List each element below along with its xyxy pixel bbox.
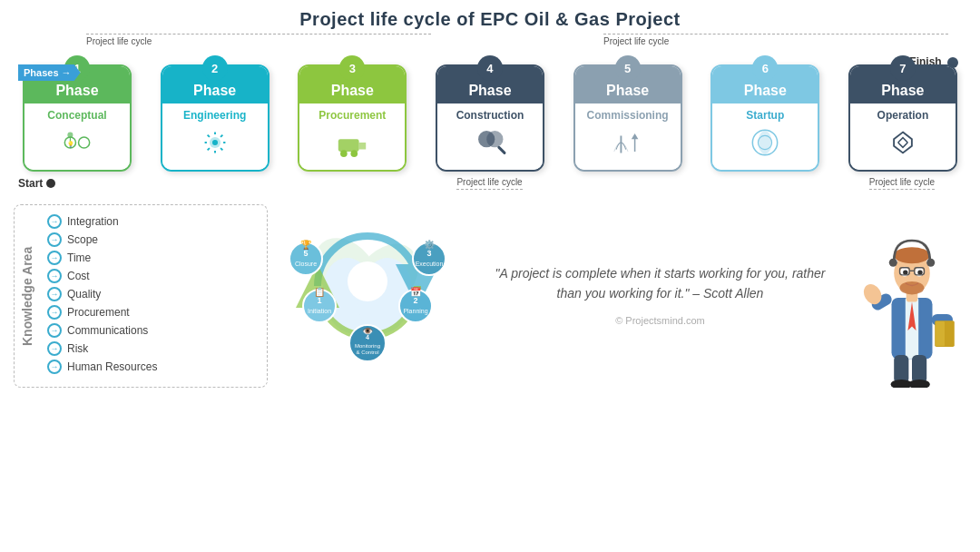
phase-card-commissioning: 5PhaseCommissioning — [569, 64, 687, 172]
svg-point-66 — [926, 259, 935, 267]
svg-text:📋: 📋 — [314, 286, 326, 298]
arrow-circle-icon: → — [47, 232, 62, 247]
phase-number-4: 4 — [477, 55, 503, 81]
knowledge-list-item: →Quality — [47, 287, 157, 301]
svg-text:Execution: Execution — [416, 261, 444, 267]
bottom-bar: Start Project life cycle Project life cy… — [9, 175, 971, 192]
svg-rect-7 — [338, 139, 359, 152]
lifecycle-label-bottom-right: Project life cycle — [869, 177, 935, 190]
knowledge-list-item: →Integration — [47, 214, 157, 229]
top-section: Project life cycle Project life cycle Ph… — [0, 34, 980, 192]
svg-text:1: 1 — [317, 296, 321, 305]
quote-credit: © Projectsmind.com — [495, 313, 826, 330]
svg-text:5: 5 — [303, 249, 308, 258]
svg-text:🏆: 🏆 — [300, 239, 312, 251]
phase-number-7: 7 — [890, 55, 916, 81]
svg-text:Closure: Closure — [295, 261, 317, 267]
arrow-circle-icon: → — [47, 251, 62, 265]
character-section — [858, 204, 966, 388]
phase-icon-1: 💡 — [60, 125, 94, 164]
phase-name-4: Construction — [456, 109, 524, 122]
knowledge-list-item: →Risk — [47, 341, 157, 356]
svg-point-52 — [917, 270, 922, 274]
phase-icon-5 — [611, 125, 645, 164]
svg-point-9 — [351, 150, 358, 157]
arrow-circle-icon: → — [47, 323, 62, 338]
phase-name-2: Engineering — [183, 109, 246, 122]
phase-name-3: Procurement — [318, 109, 386, 122]
phase-number-3: 3 — [339, 55, 365, 81]
main-title: Project life cycle of EPC Oil & Gas Proj… — [0, 0, 980, 30]
arrow-circle-icon: → — [47, 305, 62, 320]
phase-number-5: 5 — [615, 55, 641, 81]
phase-icon-4 — [473, 125, 507, 164]
phase-card-startup: 6PhaseStartup — [706, 64, 824, 172]
phase-card-engineering: 2PhaseEngineering — [156, 64, 274, 172]
quote-section: "A project is complete when it starts wo… — [476, 204, 844, 388]
arrow-circle-icon: → — [47, 360, 62, 374]
arrow-circle-icon: → — [47, 269, 62, 283]
phase-card-construction: 4PhaseConstruction — [431, 64, 549, 172]
knowledge-area-box: Knowledge Area →Integration→Scope→Time→C… — [14, 204, 268, 388]
lifecycle-label-top-right: Project life cycle — [603, 34, 948, 46]
svg-point-65 — [889, 259, 897, 267]
phase-number-2: 2 — [202, 55, 228, 81]
knowledge-list-item: →Procurement — [47, 305, 157, 320]
phase-name-5: Commissioning — [587, 109, 669, 122]
svg-point-47 — [894, 247, 930, 263]
phase-name-1: Conceptual — [47, 109, 106, 122]
svg-text:Planning: Planning — [403, 308, 427, 315]
svg-point-64 — [908, 380, 929, 388]
phase-name-6: Startup — [746, 109, 784, 122]
svg-rect-62 — [912, 355, 926, 384]
svg-point-51 — [903, 270, 907, 274]
svg-point-8 — [340, 150, 348, 157]
phase-card-operation: 7PhaseOperation — [844, 64, 962, 172]
svg-text:Monitoring: Monitoring — [355, 343, 380, 349]
knowledge-list-item: →Time — [47, 251, 157, 265]
svg-rect-61 — [894, 355, 908, 384]
phase-card-procurement: 3PhaseProcurement — [293, 64, 411, 172]
svg-point-63 — [891, 380, 912, 388]
knowledge-list-item: →Human Resources — [47, 360, 157, 374]
start-dot — [46, 179, 55, 188]
phases-row: 1PhaseConceptual💡2PhaseEngineering3Phase… — [9, 48, 971, 172]
arrow-circle-icon: → — [47, 214, 62, 229]
svg-text:2: 2 — [413, 296, 417, 305]
svg-rect-60 — [936, 321, 945, 346]
bottom-section: Knowledge Area →Integration→Scope→Time→C… — [0, 197, 980, 395]
svg-point-3 — [67, 133, 73, 138]
arrow-circle-icon: → — [47, 341, 62, 356]
character-svg — [862, 224, 962, 388]
start-label: Start — [18, 177, 55, 190]
phases-banner: Phases → — [18, 64, 81, 81]
phase-icon-7 — [886, 125, 920, 164]
knowledge-list-item: →Scope — [47, 232, 157, 247]
knowledge-area-label: Knowledge Area — [15, 205, 40, 387]
knowledge-list-item: →Communications — [47, 323, 157, 338]
svg-text:📅: 📅 — [410, 286, 422, 298]
lifecycle-label-top-left: Project life cycle — [86, 34, 431, 46]
svg-text:Initiation: Initiation — [308, 308, 331, 314]
lifecycle-label-bottom-left: Project life cycle — [456, 177, 522, 190]
knowledge-list: →Integration→Scope→Time→Cost→Quality→Pro… — [40, 205, 164, 387]
svg-text:3: 3 — [426, 249, 431, 258]
svg-point-20 — [348, 261, 387, 301]
svg-text:⚙️: ⚙️ — [424, 239, 436, 251]
phase-icon-2 — [198, 125, 232, 164]
svg-point-48 — [900, 281, 925, 294]
svg-point-6 — [212, 140, 218, 145]
cycle-diagram: 1 Initiation 2 Planning 3 Execution 4 Mo… — [281, 204, 463, 368]
quote-text: "A project is complete when it starts wo… — [495, 263, 826, 304]
knowledge-list-item: →Cost — [47, 269, 157, 283]
phase-icon-3 — [335, 125, 369, 164]
svg-text:👁️: 👁️ — [362, 325, 374, 337]
phase-number-6: 6 — [752, 55, 778, 81]
phase-icon-6 — [748, 125, 782, 164]
cycle-svg: 1 Initiation 2 Planning 3 Execution 4 Mo… — [281, 204, 454, 368]
svg-text:💡: 💡 — [67, 141, 74, 148]
svg-text:& Control: & Control — [356, 350, 378, 355]
svg-point-11 — [486, 131, 503, 147]
arrow-circle-icon: → — [47, 287, 62, 301]
phase-name-7: Operation — [877, 109, 929, 122]
